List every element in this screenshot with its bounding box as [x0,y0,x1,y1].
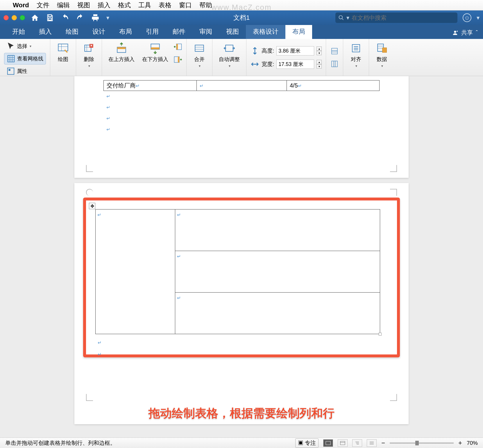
svg-rect-17 [226,45,233,51]
view-print-layout-button[interactable] [323,439,333,447]
search-box[interactable]: ▾ [335,12,457,23]
tab-layout[interactable]: 布局 [112,24,139,39]
tab-review[interactable]: 审阅 [192,24,219,39]
table-resize-handle[interactable] [379,333,382,336]
distribute-cols-icon[interactable] [330,60,339,68]
height-value: 3.86 厘米 [278,47,300,54]
merge-button[interactable]: 合并▾ [191,41,208,69]
view-gridlines-button[interactable]: 查看网格线 [4,53,46,64]
zoom-value[interactable]: 70% [467,440,478,446]
svg-rect-9 [117,47,126,49]
menu-file[interactable]: 文件 [37,1,49,10]
autofit-label: 自动调整 [219,56,240,63]
tab-design[interactable]: 设计 [85,24,112,39]
focus-mode-button[interactable]: ▣ 专注 [295,438,319,448]
draw-table-button[interactable]: 绘图 [54,41,72,64]
select-button[interactable]: 选择▾ [4,41,46,52]
close-window-button[interactable] [3,15,9,20]
insert-below-label: 在下方插入 [142,56,168,63]
save-icon[interactable] [46,14,54,22]
tab-table-layout[interactable]: 布局 [285,24,312,39]
autofit-button[interactable]: 自动调整▾ [217,41,242,69]
tab-home[interactable]: 开始 [5,24,32,39]
delete-button[interactable]: 删除▾ [80,41,98,69]
page-corner-icon [390,165,397,172]
annotation-caption: 拖动绘制表格，根据需要绘制列和行 [149,405,334,421]
menu-help[interactable]: 帮助 [199,1,212,10]
menu-window[interactable]: 窗口 [179,1,192,10]
svg-rect-19 [332,61,337,67]
feedback-icon[interactable]: ☺ [463,13,471,22]
svg-rect-22 [382,48,387,53]
zoom-out-button[interactable]: − [381,439,385,447]
gridlines-icon [7,54,15,63]
menu-tools[interactable]: 工具 [138,1,151,10]
statusbar: 单击并拖动可创建表格并绘制行、列和边框。 ▣ 专注 − + 70% [0,438,483,448]
properties-button[interactable]: 属性 [4,66,46,77]
ribbon-group-distribute [326,39,343,76]
document-title: 文档1 [233,13,250,22]
height-spinner[interactable]: ▴▾ [316,46,322,55]
tab-references[interactable]: 引用 [139,24,166,39]
data-button[interactable]: 数据▾ [373,41,391,69]
ribbon-group-size: 高度: 3.86 厘米 ▴▾ 宽度: 17.53 厘米 ▴▾ [246,39,326,76]
align-icon [350,42,362,55]
insert-right-icon[interactable] [173,55,182,64]
menu-table[interactable]: 表格 [159,1,171,10]
insert-above-label: 在上方插入 [108,56,135,63]
ribbon-group-merge: 合并▾ [187,39,212,76]
svg-rect-15 [178,57,179,62]
merge-label: 合并 [194,56,205,63]
zoom-in-button[interactable]: + [458,439,462,447]
tab-draw[interactable]: 绘图 [59,24,85,39]
insert-below-button[interactable]: 在下方插入 [140,41,171,64]
table-row[interactable]: 交付给厂商↵ ↵ 4/5↵ [104,80,380,91]
row-height-icon [251,46,259,55]
width-input[interactable]: 17.53 厘米 [276,60,314,69]
menu-insert[interactable]: 插入 [98,1,110,10]
svg-point-0 [339,16,343,19]
upper-table[interactable]: 交付给厂商↵ ↵ 4/5↵ [103,80,380,91]
table-move-handle-icon[interactable]: ✥ [89,203,95,209]
width-spinner[interactable]: ▴▾ [316,60,322,69]
share-button[interactable]: 共享 [461,29,473,37]
undo-icon[interactable] [61,14,69,22]
print-icon[interactable] [91,14,99,22]
zoom-slider[interactable] [390,442,454,444]
menu-format[interactable]: 格式 [118,1,131,10]
insert-above-button[interactable]: 在上方插入 [106,41,137,64]
tab-mailings[interactable]: 邮件 [166,24,192,39]
document-area[interactable]: 交付给厂商↵ ↵ 4/5↵ ↵ ↵ ↵ ↵ ✥ ↵↵ ↵ ↵ ↵ ↵ 拖动绘制表… [0,76,483,438]
align-button[interactable]: 对齐▾ [347,41,365,69]
insert-left-icon[interactable] [173,42,182,51]
cursor-icon [6,42,15,51]
view-web-layout-button[interactable] [338,439,348,447]
gridlines-label: 查看网格线 [17,55,43,62]
properties-icon [6,67,15,76]
tab-insert[interactable]: 插入 [32,24,59,39]
tab-table-design[interactable]: 表格设计 [246,24,285,39]
minimize-window-button[interactable] [12,15,17,20]
collapse-ribbon-icon[interactable]: ˆ [476,29,478,36]
svg-rect-2 [8,55,15,62]
view-outline-button[interactable] [352,439,362,447]
titlebar-chevron-icon[interactable]: ▾ [477,14,480,21]
tab-view[interactable]: 视图 [219,24,246,39]
paragraph-mark: ↵ [98,352,101,357]
menu-edit[interactable]: 编辑 [57,1,70,10]
height-input[interactable]: 3.86 厘米 [276,46,314,55]
menu-view[interactable]: 视图 [77,1,90,10]
distribute-rows-icon[interactable] [330,47,339,55]
maximize-window-button[interactable] [20,15,25,20]
search-input[interactable] [352,15,455,21]
drawn-table[interactable]: ↵↵ ↵ ↵ [95,209,380,334]
qat-dropdown-icon[interactable]: ▾ [106,14,109,21]
redo-icon[interactable] [76,14,84,22]
ribbon-group-delete: 删除▾ [76,39,102,76]
zoom-thumb[interactable] [415,441,419,445]
app-name[interactable]: Word [13,1,29,9]
page-2: ✥ ↵↵ ↵ ↵ ↵ ↵ 拖动绘制表格，根据需要绘制列和行 [74,183,409,424]
view-draft-button[interactable] [367,439,377,447]
home-icon[interactable] [31,14,39,22]
status-hint: 单击并拖动可创建表格并绘制行、列和边框。 [5,439,116,447]
